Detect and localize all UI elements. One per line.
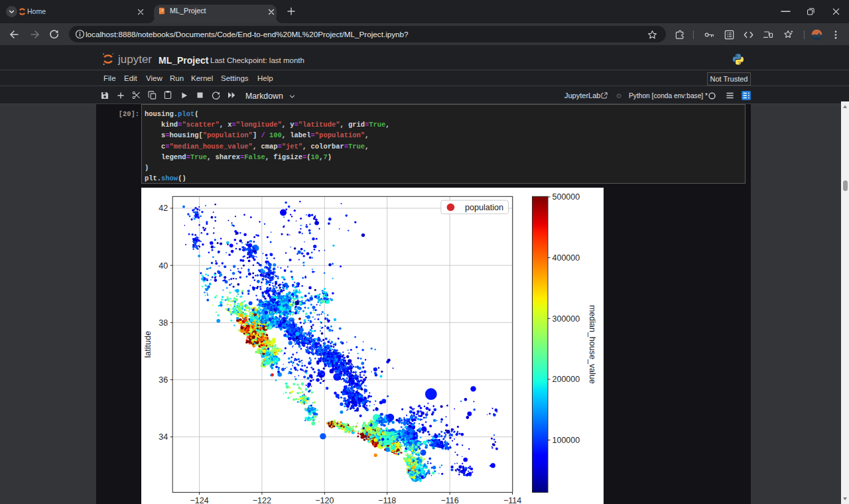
svg-text:300000: 300000 <box>553 314 580 324</box>
svg-text:42: 42 <box>159 204 168 213</box>
svg-text:400000: 400000 <box>553 253 580 263</box>
svg-text:median_house_value: median_house_value <box>588 305 597 384</box>
svg-text:−120: −120 <box>315 496 334 504</box>
svg-text:200000: 200000 <box>553 375 580 384</box>
svg-text:40: 40 <box>159 261 168 271</box>
svg-text:population: population <box>465 203 503 212</box>
svg-text:38: 38 <box>159 318 168 328</box>
svg-text:−118: −118 <box>378 496 396 504</box>
svg-text:100000: 100000 <box>553 436 580 445</box>
svg-text:latitude: latitude <box>143 331 153 357</box>
svg-text:−116: −116 <box>440 496 458 504</box>
svg-text:34: 34 <box>159 432 168 442</box>
svg-text:36: 36 <box>159 375 168 385</box>
svg-text:−122: −122 <box>253 496 271 504</box>
svg-text:500000: 500000 <box>553 192 580 202</box>
svg-text:−114: −114 <box>503 496 521 504</box>
svg-text:−124: −124 <box>190 496 208 504</box>
